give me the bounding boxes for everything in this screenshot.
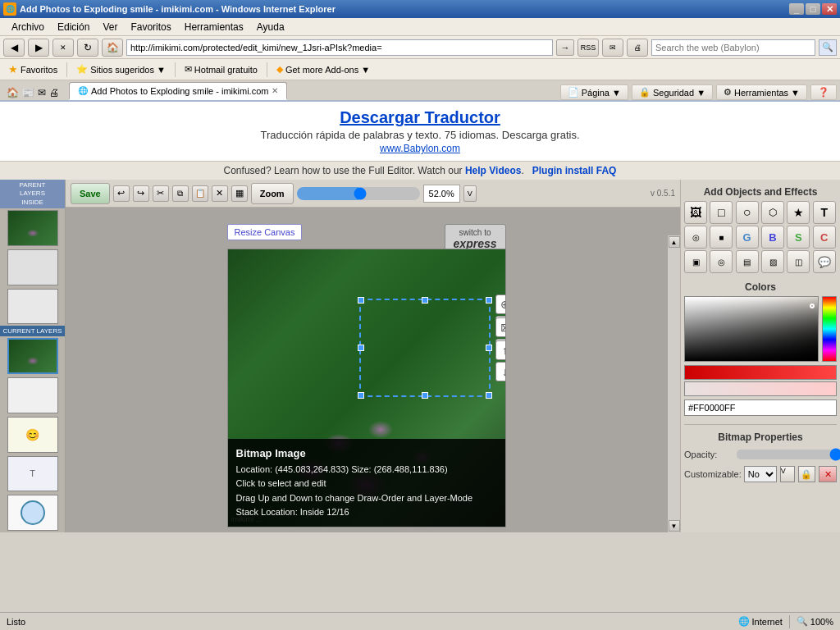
page-button[interactable]: 📄 Página ▼ bbox=[560, 84, 628, 100]
obj-star[interactable]: ★ bbox=[787, 201, 810, 224]
obj-frame5[interactable]: ◫ bbox=[787, 250, 810, 273]
zoom-v-button[interactable]: V bbox=[463, 185, 477, 202]
zoom-slider[interactable] bbox=[297, 187, 420, 200]
properties-section: Bitmap Properties Opacity: 100% V Custom… bbox=[684, 424, 837, 486]
obj-oval[interactable]: ○ bbox=[736, 201, 759, 224]
zoom-button[interactable]: Zoom bbox=[251, 183, 294, 204]
opacity-slider[interactable] bbox=[737, 450, 840, 459]
obj-text[interactable]: T bbox=[813, 201, 836, 224]
obj-frame1[interactable]: ▣ bbox=[684, 250, 707, 273]
obj-c[interactable]: C bbox=[813, 226, 836, 249]
undo-button[interactable]: ↩ bbox=[113, 185, 130, 202]
status-bar: Listo 🌐 Internet 🔍 100% bbox=[0, 612, 840, 630]
help-videos-link[interactable]: Help Videos bbox=[465, 165, 521, 176]
ad-title[interactable]: Descargar Traductor bbox=[7, 108, 833, 127]
mail-button[interactable]: ✉ bbox=[602, 39, 623, 57]
paste-button[interactable]: 📋 bbox=[192, 185, 208, 202]
obj-frame2[interactable]: ◎ bbox=[710, 250, 733, 273]
tab-favicon: 🌐 bbox=[78, 86, 88, 95]
color-spectrum[interactable] bbox=[822, 296, 837, 362]
status-text: Listo bbox=[7, 617, 25, 627]
cut-button[interactable]: ✂ bbox=[153, 185, 169, 202]
obj-hex[interactable]: ⬡ bbox=[761, 201, 784, 224]
layer-thumb-7[interactable]: T bbox=[7, 456, 58, 492]
ad-link[interactable]: www.Babylon.com bbox=[380, 143, 460, 154]
obj-rect[interactable]: □ bbox=[710, 201, 733, 224]
copy-button[interactable]: ⧉ bbox=[172, 185, 189, 202]
suggested-sites[interactable]: ⭐ Sitios sugeridos ▼ bbox=[71, 62, 171, 76]
go-button[interactable]: → bbox=[556, 39, 574, 56]
layer-thumb-5[interactable] bbox=[7, 377, 58, 413]
security-button[interactable]: 🔒 Seguridad ▼ bbox=[632, 84, 713, 100]
tools-button[interactable]: ⚙ Herramientas ▼ bbox=[716, 84, 807, 100]
customizable-v-button[interactable]: V bbox=[780, 466, 795, 482]
obj-s[interactable]: S bbox=[787, 226, 810, 249]
canvas-up-button[interactable]: ↑ bbox=[495, 340, 506, 360]
customizable-row: Customizable: No Yes V 🔒 ✕ bbox=[684, 466, 837, 482]
obj-circle2[interactable]: ◎ bbox=[684, 226, 707, 249]
layer-thumb-3[interactable] bbox=[7, 289, 58, 325]
obj-image[interactable]: 🖼 bbox=[684, 201, 707, 224]
home-button[interactable]: 🏠 bbox=[102, 39, 123, 57]
delete-button[interactable]: ✕ bbox=[212, 185, 228, 202]
canvas-down-button[interactable]: ↓ bbox=[495, 362, 506, 381]
obj-frame3[interactable]: ▤ bbox=[736, 250, 759, 273]
forward-button[interactable]: ▶ bbox=[28, 39, 49, 57]
obj-b[interactable]: B bbox=[761, 226, 784, 249]
help-ie-button[interactable]: ❓ bbox=[810, 84, 837, 100]
obj-square2[interactable]: ■ bbox=[710, 226, 733, 249]
opacity-label: Opacity: bbox=[684, 450, 733, 459]
favorites-button[interactable]: ★ Favoritos bbox=[3, 62, 62, 77]
delete-prop-button[interactable]: ✕ bbox=[819, 466, 837, 482]
hotmail-link[interactable]: ✉ Hotmail gratuito bbox=[180, 62, 262, 76]
stop-button[interactable]: ✕ bbox=[52, 39, 74, 57]
obj-bubble[interactable]: 💬 bbox=[813, 250, 836, 273]
layer-thumb-1[interactable] bbox=[7, 210, 58, 246]
faq-link[interactable]: Plugin install FAQ bbox=[532, 165, 617, 176]
search-button[interactable]: 🔍 bbox=[819, 39, 837, 56]
grid-button[interactable]: ▦ bbox=[231, 185, 248, 202]
layer-thumb-2[interactable] bbox=[7, 249, 58, 285]
lock-button[interactable]: 🔒 bbox=[798, 466, 816, 482]
redo-button[interactable]: ↪ bbox=[133, 185, 149, 202]
menu-herramientas[interactable]: Herramientas bbox=[178, 20, 250, 34]
menu-favoritos[interactable]: Favoritos bbox=[124, 20, 177, 34]
print-button[interactable]: 🖨 bbox=[627, 39, 648, 57]
addons-icon: ◆ bbox=[276, 64, 283, 75]
menu-edicion[interactable]: Edición bbox=[51, 20, 96, 34]
color-gradient[interactable] bbox=[684, 296, 819, 362]
search-input[interactable] bbox=[651, 39, 815, 56]
color-bar-red[interactable] bbox=[684, 365, 837, 380]
zoom-input[interactable]: 52.0% bbox=[423, 185, 460, 203]
save-button[interactable]: Save bbox=[71, 183, 110, 204]
color-value-input[interactable]: #FF0000FF bbox=[684, 399, 837, 416]
layer-thumb-8[interactable] bbox=[7, 495, 58, 531]
tab-main[interactable]: 🌐 Add Photos to Exploding smile - imikim… bbox=[69, 82, 287, 100]
obj-g[interactable]: G bbox=[736, 226, 759, 249]
menu-ayuda[interactable]: Ayuda bbox=[250, 20, 291, 34]
scroll-up-button[interactable]: ▲ bbox=[669, 236, 680, 248]
maximize-button[interactable]: □ bbox=[806, 3, 820, 15]
menu-ver[interactable]: Ver bbox=[96, 20, 124, 34]
color-bar-light[interactable] bbox=[684, 381, 837, 396]
back-button[interactable]: ◀ bbox=[3, 39, 25, 57]
obj-frame4[interactable]: ▨ bbox=[761, 250, 784, 273]
resize-canvas-button[interactable]: Resize Canvas bbox=[227, 224, 303, 240]
addons-link[interactable]: ◆ Get more Add-ons ▼ bbox=[272, 62, 375, 76]
close-button[interactable]: ✕ bbox=[822, 3, 837, 15]
refresh-button[interactable]: ↻ bbox=[77, 39, 98, 57]
layer-thumb-active[interactable] bbox=[7, 338, 58, 374]
menu-archivo[interactable]: Archivo bbox=[5, 20, 51, 34]
zoom-label: 100% bbox=[810, 617, 833, 627]
layer-thumb-smile[interactable]: 😊 bbox=[7, 417, 58, 453]
tab-close-button[interactable]: ✕ bbox=[272, 86, 278, 95]
customizable-select[interactable]: No Yes bbox=[744, 466, 777, 482]
canvas-scrollbar[interactable]: ▲ ▼ bbox=[667, 235, 680, 532]
address-input[interactable] bbox=[126, 39, 553, 56]
scroll-down-button[interactable]: ▼ bbox=[669, 520, 680, 532]
canvas-area[interactable]: Resize Canvas switch to express mode bbox=[66, 208, 680, 532]
rss-button[interactable]: RSS bbox=[578, 39, 599, 57]
canvas-resize-handle[interactable]: ⊠ bbox=[495, 317, 506, 337]
minimize-button[interactable]: _ bbox=[789, 3, 804, 15]
canvas-add-button[interactable]: ⊕ bbox=[495, 294, 506, 314]
